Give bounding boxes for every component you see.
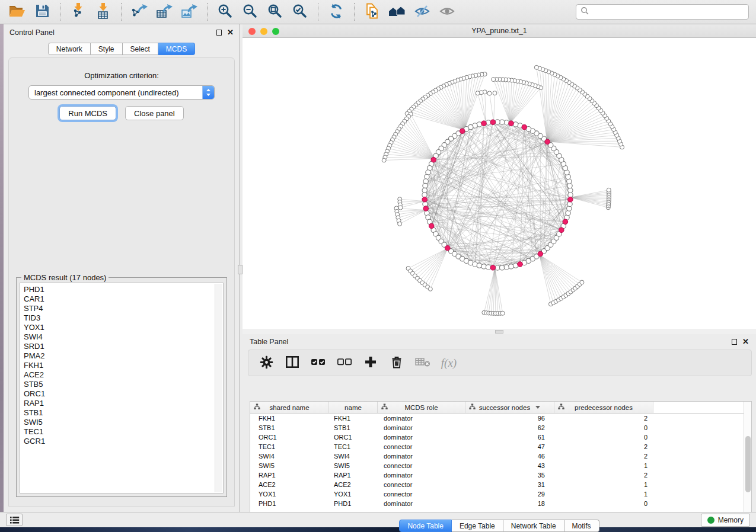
table-row[interactable]: ACE2ACE2connector311	[250, 480, 751, 489]
mcds-result-item[interactable]: ORC1	[24, 389, 223, 399]
search-box[interactable]	[576, 4, 749, 20]
splitter-grip[interactable]	[495, 330, 503, 334]
import-table-button[interactable]	[92, 2, 114, 22]
table-scrollbar[interactable]	[744, 402, 751, 513]
deselect-all-button[interactable]	[335, 353, 354, 373]
import-network-button[interactable]	[67, 2, 90, 22]
mcds-result-item[interactable]: PHD1	[24, 285, 223, 294]
column-header-MCDS-role[interactable]: MCDS role	[378, 402, 465, 413]
table-row[interactable]: SWI5SWI5connector431	[250, 461, 751, 470]
table-row[interactable]: STB1STB1dominator620	[250, 423, 751, 432]
control-panel-title: Control Panel	[9, 28, 55, 37]
column-header-predecessor-nodes[interactable]: predecessor nodes	[554, 402, 653, 413]
zoom-out-button[interactable]	[239, 2, 261, 22]
first-neighbors-button[interactable]	[386, 2, 409, 22]
table-row[interactable]: RAP1RAP1dominator352	[250, 470, 751, 480]
table-cell: PHD1	[329, 499, 378, 508]
table-scrollbar-thumb[interactable]	[745, 436, 751, 492]
mcds-result-item[interactable]: ACE2	[24, 370, 223, 380]
add-column-button[interactable]	[361, 353, 380, 373]
optimization-criterion-select[interactable]: largest connected component (undirected)	[28, 85, 215, 100]
mcds-result-item[interactable]: TEC1	[24, 427, 223, 437]
table-row[interactable]: TEC1TEC1connector472	[250, 442, 751, 451]
function-builder-button[interactable]: f(x)	[439, 353, 458, 373]
float-table-panel-icon[interactable]	[732, 339, 737, 345]
export-network-button[interactable]	[128, 2, 151, 22]
mcds-result-item[interactable]: PMA2	[24, 351, 223, 361]
run-mcds-button[interactable]: Run MCDS	[59, 106, 116, 120]
mcds-result-item[interactable]: FKH1	[24, 361, 223, 370]
export-table-button[interactable]	[153, 2, 176, 22]
table-cell: SWI5	[250, 461, 329, 470]
mcds-result-item[interactable]: RAP1	[24, 399, 223, 408]
mcds-result-list[interactable]: PHD1CAR1STP4TID3YOX1SWI4SRD1PMA2FKH1ACE2…	[20, 283, 224, 493]
mcds-result-item[interactable]: STB5	[24, 380, 223, 389]
delete-column-button[interactable]	[387, 353, 406, 373]
column-header-successor-nodes[interactable]: successor nodes	[465, 402, 554, 413]
tab-motifs[interactable]: Motifs	[564, 520, 599, 532]
search-input[interactable]	[589, 6, 744, 18]
network-window-titlebar: YPA_prune.txt_1	[243, 24, 756, 38]
table-row[interactable]: YOX1YOX1connector291	[250, 489, 751, 499]
refresh-layout-button[interactable]	[325, 2, 347, 22]
tab-network-table[interactable]: Network Table	[503, 520, 564, 532]
table-cell: dominator	[378, 499, 465, 508]
tab-style[interactable]: Style	[91, 43, 123, 55]
tab-mcds[interactable]: MCDS	[158, 43, 195, 55]
table-row[interactable]: FKH1FKH1dominator962	[250, 414, 751, 423]
tab-edge-table[interactable]: Edge Table	[452, 520, 503, 532]
vertical-splitter-handle[interactable]	[238, 265, 243, 274]
network-canvas[interactable]	[243, 38, 756, 329]
clone-network-button[interactable]	[361, 2, 384, 22]
mcds-result-item[interactable]: STB1	[24, 408, 223, 418]
mcds-result-item[interactable]: CAR1	[24, 294, 223, 304]
mcds-result-item[interactable]: STP4	[24, 304, 223, 313]
zoom-in-button[interactable]	[214, 2, 237, 22]
table-cell: 96	[465, 414, 554, 423]
zoom-selected-button[interactable]	[289, 2, 311, 22]
export-image-icon	[181, 3, 197, 21]
column-browser-button[interactable]	[283, 353, 302, 373]
toolbar-separator	[207, 3, 208, 21]
table-panel-header: Table Panel ✕	[243, 334, 756, 350]
tab-select[interactable]: Select	[123, 43, 158, 55]
column-header-shared-name[interactable]: shared name	[250, 402, 329, 413]
mcds-result-item[interactable]: SWI5	[24, 418, 223, 427]
tab-network[interactable]: Network	[48, 43, 91, 55]
horizontal-splitter[interactable]	[243, 329, 756, 334]
mcds-result-item[interactable]: YOX1	[24, 323, 223, 332]
mcds-result-item[interactable]: SWI4	[24, 332, 223, 342]
close-panel-icon[interactable]: ✕	[227, 30, 234, 36]
task-history-button[interactable]	[6, 514, 23, 526]
table-cell: YOX1	[250, 489, 329, 499]
select-all-button[interactable]	[309, 353, 328, 373]
close-panel-button[interactable]: Close panel	[125, 106, 184, 120]
table-options-button[interactable]	[257, 353, 276, 373]
table-cell: 2	[554, 470, 653, 480]
zoom-fit-button[interactable]	[264, 2, 286, 22]
export-network-icon	[131, 3, 148, 21]
table-row[interactable]: ORC1ORC1dominator610	[250, 432, 751, 442]
tab-node-table[interactable]: Node Table	[399, 520, 452, 532]
mcds-result-item[interactable]: SRD1	[24, 342, 223, 351]
table-cell: 46	[465, 451, 554, 461]
column-header-name[interactable]: name	[329, 402, 378, 413]
float-panel-icon[interactable]	[216, 30, 222, 36]
save-session-button[interactable]	[31, 2, 53, 22]
show-all-button[interactable]	[436, 2, 458, 22]
export-image-button[interactable]	[178, 2, 200, 22]
clear-table-button[interactable]	[413, 353, 432, 373]
toolbar-separator	[354, 3, 355, 21]
column-type-icon	[381, 403, 388, 411]
mcds-result-item[interactable]: GCR1	[24, 437, 223, 446]
table-toolbar: f(x)	[248, 350, 752, 376]
table-row[interactable]: PHD1PHD1dominator180	[250, 499, 751, 508]
close-table-panel-icon[interactable]: ✕	[742, 339, 749, 345]
result-list-scrollbar[interactable]	[215, 284, 222, 492]
table-row[interactable]: SWI4SWI4dominator462	[250, 451, 751, 461]
clear-table-icon	[415, 357, 430, 369]
network-graph[interactable]	[243, 38, 756, 329]
open-file-button[interactable]	[6, 2, 28, 22]
mcds-result-item[interactable]: TID3	[24, 313, 223, 323]
hide-selected-button[interactable]	[411, 2, 433, 22]
